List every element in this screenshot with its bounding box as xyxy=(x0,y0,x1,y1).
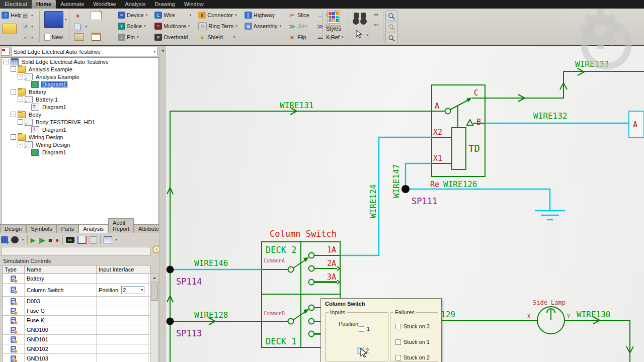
help-button[interactable]: ? Help xyxy=(2,10,22,21)
checkbox-1[interactable] xyxy=(359,326,364,332)
sim-settings-icon[interactable]: ✔ xyxy=(1,236,8,243)
wire-147[interactable] xyxy=(406,163,432,189)
active-symbol-button[interactable] xyxy=(44,11,63,28)
tree-item[interactable]: -Battery:1 xyxy=(2,96,158,103)
project-tree[interactable]: -Solid Edge Electrical Auto Testdrive-An… xyxy=(1,57,159,224)
checkbox-stuck-3[interactable] xyxy=(395,324,401,329)
table-row[interactable]: GND102 xyxy=(3,344,150,354)
tree-item[interactable]: Diagram1 xyxy=(2,126,158,133)
expand-collapse-icon[interactable]: - xyxy=(11,89,16,95)
checkbox-stuck-1[interactable] xyxy=(395,339,401,345)
record-icon[interactable]: ● xyxy=(55,237,59,243)
stop-icon[interactable]: ■ xyxy=(48,237,52,243)
checkbox-2[interactable] xyxy=(358,348,363,353)
tree-item[interactable]: -Solid Edge Electrical Auto Testdrive xyxy=(2,58,158,65)
expand-collapse-icon[interactable]: - xyxy=(11,134,16,140)
simulation-status-field[interactable] xyxy=(1,247,151,256)
failure-stuck-on-3[interactable]: Stuck on 3 xyxy=(395,323,430,329)
zoom-area-button[interactable] xyxy=(385,11,397,21)
checkbox-stuck-2[interactable] xyxy=(395,355,401,360)
sp111-label[interactable]: SP111 xyxy=(412,196,437,206)
shield-button[interactable]: Shield▾ xyxy=(198,32,237,43)
col-name[interactable]: Name xyxy=(25,265,97,274)
wire-147-label[interactable]: WIRE147 xyxy=(391,164,401,198)
panel-tab-parts[interactable]: Parts xyxy=(56,224,78,233)
table-row[interactable]: D003 xyxy=(3,297,150,306)
delete-button[interactable]: × xyxy=(74,10,82,21)
tree-item[interactable]: -Analysis Example xyxy=(2,73,158,80)
style-brush-button[interactable]: ✎▾ xyxy=(327,33,336,44)
ring-term-button[interactable]: Ring Term▾ xyxy=(198,21,237,32)
panel-tab-design[interactable]: Design xyxy=(0,224,26,233)
expand-collapse-icon[interactable]: - xyxy=(4,59,9,64)
panel-tab-audit-report[interactable]: Audit Report xyxy=(108,218,134,233)
play-icon[interactable]: ▶ xyxy=(31,237,36,243)
position-dropdown[interactable]: 2▾ xyxy=(121,286,144,294)
sp113-label[interactable]: SP113 xyxy=(176,328,202,338)
tree-item[interactable]: -Body:TESTDRIVE_HD1 xyxy=(2,118,158,126)
table-row[interactable]: Column SwitchPosition2▾ xyxy=(3,284,150,297)
tab-workflow[interactable]: Workflow xyxy=(89,0,120,9)
pin-button[interactable]: Pin▾ xyxy=(118,32,147,43)
highway-button[interactable]: Highway xyxy=(245,10,281,21)
panel-tab-analysis[interactable]: Analysis xyxy=(78,224,108,233)
connector-button[interactable]: Connector▾ xyxy=(198,10,237,21)
step-icon[interactable]: |▶ xyxy=(39,237,45,243)
wire-133[interactable] xyxy=(472,68,644,102)
zoom-button[interactable] xyxy=(385,33,397,43)
route-nodes-icon[interactable]: ●● xyxy=(373,22,378,27)
open-folder-button[interactable] xyxy=(3,24,17,34)
sp111-junction[interactable] xyxy=(401,185,410,193)
tab-home[interactable]: Home xyxy=(32,0,56,9)
project-selector[interactable]: Solid Edge Electrical Auto Testdrive ▾ xyxy=(11,47,158,56)
styles-palette-icon[interactable]: ✎ xyxy=(327,11,340,24)
table-row[interactable]: GND101 xyxy=(3,335,150,344)
expand-collapse-icon[interactable]: - xyxy=(18,74,23,79)
copy-button[interactable]: ▾ xyxy=(74,21,87,32)
flip-button[interactable]: Flip xyxy=(288,32,309,43)
tab-automate[interactable]: Automate xyxy=(56,0,89,9)
select-dropdown-arrow[interactable]: ▾ xyxy=(367,33,369,37)
undo-button[interactable]: ↺▾ xyxy=(21,21,33,32)
tree-item[interactable]: -Wiring Design xyxy=(2,133,158,141)
print-button[interactable]: ▤▾ xyxy=(21,10,33,21)
table-row[interactable]: Battery xyxy=(3,274,150,284)
splice-button[interactable]: Splice▾ xyxy=(118,21,147,32)
tab-window[interactable]: Window xyxy=(180,0,208,9)
wire-124-label[interactable]: WIRE124 xyxy=(368,185,378,218)
tree-item[interactable]: Diagram1 xyxy=(2,80,158,88)
wire-146-label[interactable]: WIRE146 xyxy=(194,258,228,268)
sim-mode-dropdown-arrow[interactable]: ▾ xyxy=(22,238,24,242)
symbol-dropdown-arrow[interactable]: ▾ xyxy=(65,18,67,22)
tree-item[interactable]: -Battery xyxy=(2,88,158,96)
tree-item[interactable]: -Body xyxy=(2,111,158,118)
col-input[interactable]: Input Interface xyxy=(97,265,149,274)
expand-collapse-icon[interactable]: - xyxy=(18,97,23,102)
sp114-junction[interactable] xyxy=(167,266,174,274)
table-row[interactable]: GND103 xyxy=(3,354,150,362)
wire-126-label[interactable]: WIRE126 xyxy=(443,179,477,189)
console-icon[interactable]: cs xyxy=(66,237,74,243)
tab-electrical[interactable]: Electrical xyxy=(0,0,32,9)
search-button[interactable] xyxy=(353,12,370,25)
wire-133-label[interactable]: WIRE133 xyxy=(575,59,609,69)
device-button[interactable]: Device▾ xyxy=(118,10,147,21)
wire-129-label[interactable]: 129 xyxy=(441,310,455,319)
tree-item[interactable]: -Wiring Design xyxy=(2,141,158,148)
expand-collapse-icon[interactable]: - xyxy=(11,112,16,117)
sp114-label[interactable]: SP114 xyxy=(176,277,202,287)
wire-131-label[interactable]: WIRE131 xyxy=(280,101,313,110)
table-scrollbar[interactable]: ▲ xyxy=(150,274,159,362)
view-search-button[interactable]: ○▾ xyxy=(21,32,33,43)
scroll-thumb[interactable] xyxy=(151,283,158,301)
sp113-junction[interactable] xyxy=(167,318,174,325)
tree-item[interactable]: Diagram1 xyxy=(2,148,158,156)
tree-item[interactable]: Diagram1 xyxy=(2,103,158,111)
col-type[interactable]: Type xyxy=(3,265,25,274)
position-option-2[interactable]: 2 xyxy=(358,347,369,353)
export-icon[interactable] xyxy=(90,236,97,244)
library-folder-button[interactable] xyxy=(74,33,84,41)
tree-item[interactable]: -Analysis Example xyxy=(2,65,158,73)
position-option-1[interactable]: 1 xyxy=(359,326,370,332)
assembly-button[interactable]: Assembly▾ xyxy=(245,21,281,32)
